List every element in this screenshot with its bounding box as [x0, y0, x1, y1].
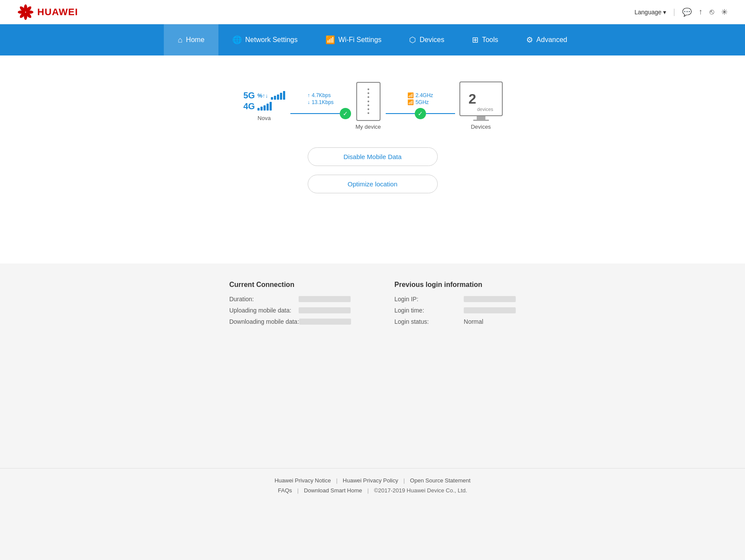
uploading-label: Uploading mobile data:: [229, 307, 299, 314]
copyright-text: ©2017-2019 Huawei Device Co., Ltd.: [374, 487, 467, 494]
devices-text-label: Devices: [471, 124, 491, 130]
top-divider: |: [673, 7, 675, 16]
footer-links-row: Huawei Privacy Notice | Huawei Privacy P…: [9, 477, 736, 484]
monitor-icon: 2 devices: [459, 81, 503, 116]
info-section: Current Connection Duration: Uploading m…: [0, 264, 745, 347]
footer-divider-2: |: [403, 477, 405, 484]
wifi-bands: 📶 2.4GHz 📶 5GHz: [407, 92, 433, 105]
logo: HUAWEI: [17, 4, 78, 20]
message-icon[interactable]: 💬: [682, 7, 692, 17]
devices-icon: ⬡: [409, 35, 416, 45]
signal-device-name: Nova: [257, 115, 270, 121]
bar1: [257, 108, 260, 111]
nav-network-settings[interactable]: 🌐 Network Settings: [218, 24, 312, 55]
4g-label: 4G: [243, 101, 255, 111]
optimize-location-button[interactable]: Optimize location: [308, 175, 438, 193]
left-connector: ↑ 4.7Kbps ↓ 13.1Kbps ✓: [290, 92, 351, 119]
bar4: [280, 93, 282, 100]
left-line: [290, 113, 340, 114]
bar4: [267, 104, 269, 111]
band2-row: 📶 5GHz: [407, 99, 429, 105]
bar2: [274, 96, 276, 100]
export-icon[interactable]: ⎋: [709, 7, 714, 16]
5g-row: 5G %↑↓: [243, 91, 285, 101]
5g-percent: %↑↓: [257, 92, 268, 99]
signal-block: 5G %↑↓ 4G: [238, 91, 290, 121]
brand-name: HUAWEI: [37, 7, 78, 18]
duration-row: Duration:: [229, 296, 351, 303]
bar3: [277, 94, 279, 100]
top-right-controls: Language ▾ | 💬 ↑ ⎋ ✳: [634, 7, 728, 17]
download-arrow: ↓: [307, 99, 310, 105]
huawei-logo-icon: [17, 4, 34, 20]
nav-bar: ⌂ Home 🌐 Network Settings 📶 Wi-Fi Settin…: [0, 24, 745, 55]
right-check: ✓: [415, 108, 426, 119]
upload-speed: 4.7Kbps: [312, 92, 331, 98]
disable-mobile-data-button[interactable]: Disable Mobile Data: [308, 147, 438, 166]
band1-row: 📶 2.4GHz: [407, 92, 433, 98]
login-time-label: Login time:: [394, 307, 464, 314]
network-icon: 🌐: [232, 35, 242, 45]
uploading-row: Uploading mobile data:: [229, 307, 351, 314]
wifi-connector: 📶 2.4GHz 📶 5GHz ✓: [386, 92, 455, 119]
previous-login-title: Previous login information: [394, 281, 516, 289]
right-line-check: ✓: [386, 108, 455, 119]
line-check: ✓: [290, 108, 351, 119]
router-icon: [356, 82, 381, 121]
downloading-label: Downloading mobile data:: [229, 318, 299, 325]
downloading-value: [299, 319, 351, 325]
band2-label: 5GHz: [416, 99, 429, 105]
4g-row: 4G: [243, 101, 285, 111]
footer-divider-4: |: [368, 487, 369, 494]
main-spacer: [0, 347, 745, 468]
devices-box: 2 devices Devices: [455, 81, 507, 130]
login-status-label: Login status:: [394, 318, 464, 325]
previous-login-block: Previous login information Login IP: Log…: [394, 281, 516, 329]
footer-bottom-row: FAQs | Download Smart Home | ©2017-2019 …: [9, 487, 736, 494]
login-ip-value: [464, 296, 516, 302]
footer: Huawei Privacy Notice | Huawei Privacy P…: [0, 468, 745, 502]
login-status-row: Login status: Normal: [394, 318, 516, 325]
privacy-notice-link[interactable]: Huawei Privacy Notice: [274, 477, 331, 484]
duration-label: Duration:: [229, 296, 299, 303]
nav-wifi-settings[interactable]: 📶 Wi-Fi Settings: [312, 24, 396, 55]
download-speed: 13.1Kbps: [312, 99, 334, 105]
settings-spin-icon[interactable]: ✳: [721, 7, 728, 17]
upload-icon[interactable]: ↑: [699, 7, 703, 16]
upload-arrow: ↑: [307, 92, 310, 98]
language-button[interactable]: Language ▾: [634, 9, 666, 16]
login-ip-row: Login IP:: [394, 296, 516, 303]
open-source-link[interactable]: Open Source Statement: [410, 477, 470, 484]
advanced-icon: ⚙: [526, 35, 533, 45]
login-time-row: Login time:: [394, 307, 516, 314]
right-line-right: [426, 113, 455, 114]
footer-divider-1: |: [336, 477, 337, 484]
router-device: My device: [351, 82, 386, 130]
nav-advanced[interactable]: ⚙ Advanced: [512, 24, 581, 55]
downloading-row: Downloading mobile data:: [229, 318, 351, 325]
speed-info: ↑ 4.7Kbps ↓ 13.1Kbps: [307, 92, 334, 105]
current-connection-block: Current Connection Duration: Uploading m…: [229, 281, 351, 329]
nav-home[interactable]: ⌂ Home: [164, 24, 218, 55]
band1-label: 2.4GHz: [416, 92, 433, 98]
bar1: [271, 97, 273, 100]
nav-tools[interactable]: ⊞ Tools: [458, 24, 512, 55]
current-connection-title: Current Connection: [229, 281, 351, 289]
download-smart-home-link[interactable]: Download Smart Home: [304, 487, 362, 494]
upload-speed-row: ↑ 4.7Kbps: [307, 92, 331, 98]
right-line-left: [386, 113, 415, 114]
footer-divider-3: |: [297, 487, 299, 494]
download-speed-row: ↓ 13.1Kbps: [307, 99, 334, 105]
login-status-value: Normal: [464, 318, 483, 325]
5g-label: 5G: [243, 91, 255, 101]
monitor-base: [473, 120, 489, 121]
wifi-icon-2: 📶: [407, 99, 414, 105]
top-bar: HUAWEI Language ▾ | 💬 ↑ ⎋ ✳: [0, 0, 745, 24]
nav-devices[interactable]: ⬡ Devices: [395, 24, 458, 55]
faqs-link[interactable]: FAQs: [278, 487, 292, 494]
privacy-policy-link[interactable]: Huawei Privacy Policy: [343, 477, 398, 484]
home-icon: ⌂: [178, 36, 182, 45]
network-diagram: 5G %↑↓ 4G: [9, 81, 736, 130]
left-check: ✓: [340, 108, 351, 119]
monitor-wrap: 2 devices: [459, 81, 503, 121]
